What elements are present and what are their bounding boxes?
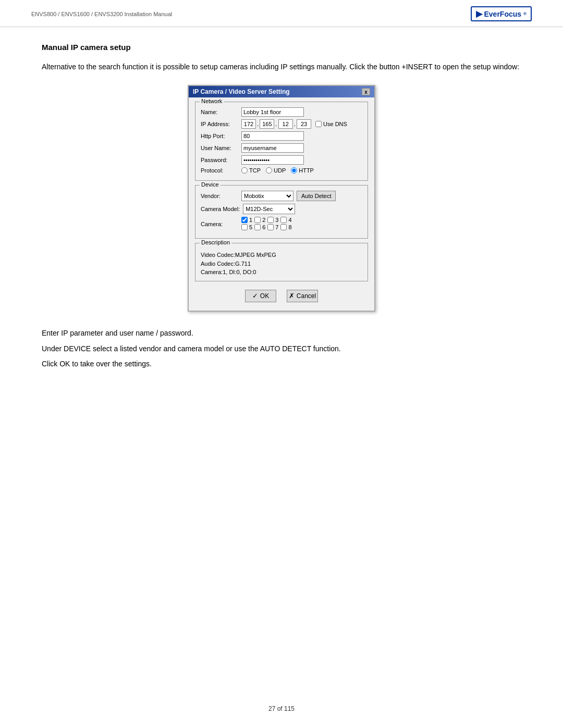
camera-model-label: Camera Model:: [201, 206, 240, 212]
ip-dot-1: .: [257, 120, 259, 128]
cam5-checkbox[interactable]: [241, 224, 248, 230]
dialog-container: IP Camera / Video Server Setting x Netwo…: [42, 85, 521, 312]
cancel-x-icon: ✗: [289, 292, 295, 300]
ip-address-row: IP Address: . . . Use DNS: [201, 119, 362, 129]
protocol-http-label: HTTP: [291, 167, 314, 174]
cam4-label: 4: [280, 217, 291, 223]
dialog-title: IP Camera / Video Server Setting: [193, 88, 290, 95]
name-input[interactable]: [241, 107, 304, 117]
name-row: Name:: [201, 107, 362, 117]
cam7-checkbox[interactable]: [267, 224, 274, 230]
description-text: Video Codec:MJPEG MxPEG Audio Codec:G.71…: [201, 251, 362, 277]
cam5-text: 5: [249, 224, 252, 230]
auto-detect-button[interactable]: Auto Detect: [297, 191, 336, 201]
device-group: Device Vendor: Mobotix Auto Detect: [195, 185, 368, 239]
cam3-label: 3: [267, 217, 278, 223]
cam3-checkbox[interactable]: [267, 217, 274, 223]
cam1-checkbox[interactable]: [241, 217, 248, 223]
password-label: Password:: [201, 157, 238, 163]
cam7-label: 7: [267, 224, 278, 230]
cam4-checkbox[interactable]: [280, 217, 287, 223]
ip-octet-2[interactable]: [260, 119, 274, 129]
username-input[interactable]: [241, 143, 304, 153]
cam6-label: 6: [254, 224, 265, 230]
ok-button[interactable]: ✓ OK: [245, 290, 276, 302]
network-group: Network Name: IP Address: . .: [195, 102, 368, 181]
ip-dot-2: .: [275, 120, 277, 128]
cancel-button[interactable]: ✗ Cancel: [287, 290, 318, 302]
name-label: Name:: [201, 109, 238, 115]
dialog-buttons: ✓ OK ✗ Cancel: [195, 286, 368, 304]
camera-row-1: 1 2 3: [241, 217, 292, 223]
cam2-label: 2: [254, 217, 265, 223]
description-line3: Camera:1, DI:0, DO:0: [201, 268, 362, 277]
cancel-btn-text: Cancel: [297, 292, 316, 300]
body-text-2: Under DEVICE select a listed vendor and …: [42, 343, 521, 355]
page-header: ENVS800 / ENVS1600 / ENVS3200 Installati…: [0, 0, 563, 27]
password-input[interactable]: [241, 155, 304, 165]
description-line1: Video Codec:MJPEG MxPEG: [201, 251, 362, 260]
cam3-text: 3: [275, 217, 278, 223]
ip-octet-3[interactable]: [278, 119, 293, 129]
ok-btn-text: OK: [260, 292, 269, 300]
cam7-text: 7: [275, 224, 278, 230]
logo-text: EverFocus: [484, 10, 522, 18]
camera-checkboxes: 1 2 3: [241, 217, 292, 231]
cam1-label: 1: [241, 217, 252, 223]
vendor-select[interactable]: Mobotix: [241, 191, 293, 201]
ip-dot-3: .: [294, 120, 296, 128]
vendor-controls: Mobotix Auto Detect: [241, 191, 336, 201]
use-dns-checkbox[interactable]: [315, 121, 322, 127]
protocol-tcp-text: TCP: [249, 167, 261, 174]
protocol-udp-text: UDP: [274, 167, 286, 174]
everfocus-logo: ▶ EverFocus ®: [471, 6, 532, 21]
protocol-http-radio[interactable]: [291, 167, 297, 174]
intro-text: Alternative to the search function it is…: [42, 61, 521, 72]
cam6-checkbox[interactable]: [254, 224, 261, 230]
protocol-options: TCP UDP HTTP: [241, 167, 314, 174]
http-port-label: Http Port:: [201, 133, 238, 139]
protocol-tcp-label: TCP: [241, 167, 261, 174]
dialog-titlebar: IP Camera / Video Server Setting x: [189, 86, 374, 97]
camera-model-select[interactable]: M12D-Sec: [243, 204, 295, 214]
cam5-label: 5: [241, 224, 252, 230]
vendor-row: Vendor: Mobotix Auto Detect: [201, 191, 362, 201]
page-content: Manual IP camera setup Alternative to th…: [0, 27, 563, 389]
device-legend: Device: [200, 181, 221, 188]
body-text-3: Click OK to take over the settings.: [42, 358, 521, 371]
description-line2: Audio Codec:G.711: [201, 260, 362, 268]
protocol-row: Protocol: TCP UDP: [201, 167, 362, 174]
protocol-tcp-radio[interactable]: [241, 167, 248, 174]
dialog-body: Network Name: IP Address: . .: [189, 97, 374, 311]
http-port-row: Http Port:: [201, 131, 362, 141]
use-dns-label: Use DNS: [315, 121, 347, 127]
cam2-checkbox[interactable]: [254, 217, 261, 223]
camera-label: Camera:: [201, 221, 238, 227]
cam8-checkbox[interactable]: [280, 224, 287, 230]
username-row: User Name:: [201, 143, 362, 153]
username-label: User Name:: [201, 145, 238, 151]
page-footer: 27 of 115: [0, 705, 563, 712]
protocol-label: Protocol:: [201, 167, 238, 174]
http-port-input[interactable]: [241, 131, 304, 141]
description-legend: Description: [200, 239, 231, 245]
use-dns-text: Use DNS: [323, 121, 347, 127]
description-group: Description Video Codec:MJPEG MxPEG Audi…: [195, 243, 368, 281]
ip-octet-1[interactable]: [241, 119, 256, 129]
ok-checkmark-icon: ✓: [252, 292, 258, 300]
logo-icon: ▶: [476, 9, 482, 19]
password-row: Password:: [201, 155, 362, 165]
network-legend: Network: [200, 98, 224, 104]
cam4-text: 4: [288, 217, 291, 223]
protocol-http-text: HTTP: [299, 167, 314, 174]
section-title: Manual IP camera setup: [42, 43, 521, 52]
dialog-close-button[interactable]: x: [362, 88, 370, 95]
ip-address-label: IP Address:: [201, 121, 238, 127]
page-info: 27 of 115: [268, 705, 295, 712]
protocol-udp-radio[interactable]: [266, 167, 272, 174]
camera-checkboxes-row: Camera: 1 2: [201, 217, 362, 231]
cam2-text: 2: [262, 217, 265, 223]
ip-octet-4[interactable]: [297, 119, 311, 129]
body-text-1: Enter IP parameter and user name / passw…: [42, 327, 521, 340]
camera-model-row: Camera Model: M12D-Sec: [201, 204, 362, 214]
